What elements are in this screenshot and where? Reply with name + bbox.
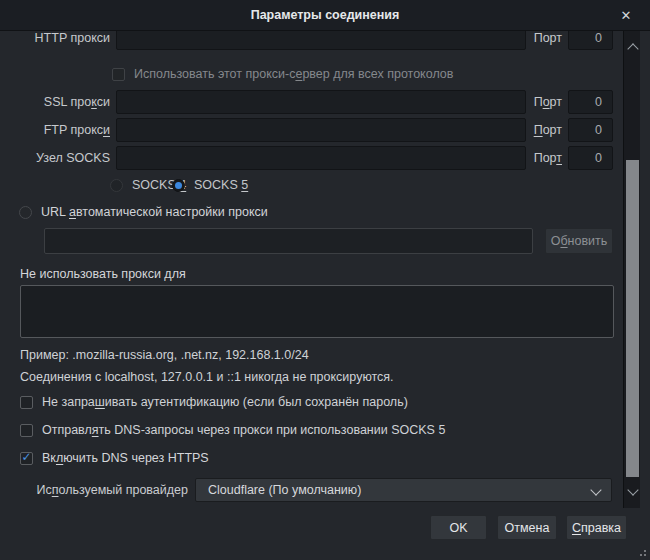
ftp-port-input[interactable]	[568, 118, 613, 142]
cancel-button[interactable]: Отмена	[497, 515, 557, 540]
autoconfig-url-input[interactable]	[44, 228, 533, 254]
autoconfig-url-radio[interactable]: URL автоматической настройки прокси	[19, 204, 268, 220]
socks-host-label: Узел SOCKS	[0, 151, 110, 165]
socks-port-label: Порт	[534, 151, 562, 165]
ftp-proxy-label: FTP прокси	[0, 123, 110, 137]
checkbox-icon	[112, 68, 125, 81]
ssl-proxy-row: SSL прокси Порт	[0, 89, 613, 115]
dialog-titlebar: Параметры соединения ✕	[0, 0, 650, 31]
dialog-title: Параметры соединения	[251, 8, 400, 22]
doh-label: Включить DNS через HTTPS	[42, 451, 209, 465]
no-auth-checkbox[interactable]: Не запрашивать аутентификацию (если был …	[20, 394, 408, 410]
ftp-proxy-row: FTP прокси Порт	[0, 117, 613, 143]
socks-host-input[interactable]	[116, 146, 526, 170]
proxy-dns-checkbox[interactable]: Отправлять DNS-запросы через прокси при …	[20, 422, 445, 438]
socks-port-input[interactable]	[568, 146, 613, 170]
radio-icon	[110, 179, 123, 192]
socks-host-row: Узел SOCKS Порт	[0, 145, 613, 171]
doh-checkbox[interactable]: ✓ Включить DNS через HTTPS	[20, 450, 209, 466]
dialog-content: HTTP прокси Порт Использовать этот прокс…	[0, 31, 650, 560]
ftp-proxy-input[interactable]	[116, 118, 526, 142]
chevron-down-icon	[590, 484, 601, 495]
ssl-proxy-input[interactable]	[116, 90, 526, 114]
provider-value: Cloudflare (По умолчанию)	[208, 483, 361, 497]
no-auth-label: Не запрашивать аутентификацию (если был …	[42, 395, 408, 409]
http-port-label: Порт	[534, 31, 562, 45]
close-icon[interactable]: ✕	[612, 0, 640, 30]
use-proxy-for-all-checkbox[interactable]: Использовать этот прокси-сервер для всех…	[112, 66, 453, 82]
http-proxy-row: HTTP прокси Порт	[0, 31, 613, 51]
no-proxy-textarea[interactable]	[20, 285, 614, 338]
scroll-down-arrow-icon[interactable]	[627, 484, 638, 495]
http-proxy-input[interactable]	[116, 31, 526, 50]
no-proxy-label: Не использовать прокси для	[20, 267, 186, 281]
refresh-button[interactable]: Обновить	[545, 228, 613, 254]
http-port-input[interactable]	[568, 31, 613, 50]
proxy-dns-label: Отправлять DNS-запросы через прокси при …	[42, 423, 445, 437]
checkbox-icon	[20, 396, 33, 409]
radio-icon	[19, 206, 32, 219]
provider-dropdown[interactable]: Cloudflare (По умолчанию)	[195, 478, 612, 502]
radio-selected-icon	[172, 179, 185, 192]
ssl-port-label: Порт	[534, 95, 562, 109]
no-proxy-example: Пример: .mozilla-russia.org, .net.nz, 19…	[20, 348, 309, 362]
checkbox-checked-icon: ✓	[20, 452, 33, 465]
checkbox-icon	[20, 424, 33, 437]
scroll-up-arrow-icon[interactable]	[627, 43, 638, 54]
ssl-proxy-label: SSL прокси	[0, 95, 110, 109]
ftp-port-label: Порт	[534, 123, 562, 137]
resize-grip-icon[interactable]	[636, 546, 648, 558]
autoconfig-url-label: URL автоматической настройки прокси	[41, 205, 268, 219]
ok-button[interactable]: OK	[430, 515, 487, 540]
help-button[interactable]: Справка	[566, 515, 627, 540]
socks5-label: SOCKS 5	[194, 178, 248, 192]
http-proxy-label: HTTP прокси	[0, 31, 110, 45]
provider-label: Используемый провайдер	[0, 483, 188, 497]
ssl-port-input[interactable]	[568, 90, 613, 114]
use-proxy-for-all-label: Использовать этот прокси-сервер для всех…	[134, 67, 453, 81]
scrollbar-thumb[interactable]	[626, 160, 639, 477]
localhost-note: Соединения с localhost, 127.0.0.1 и ::1 …	[20, 370, 394, 384]
vertical-scrollbar[interactable]	[623, 31, 640, 508]
socks5-radio[interactable]: SOCKS 5	[172, 177, 248, 193]
